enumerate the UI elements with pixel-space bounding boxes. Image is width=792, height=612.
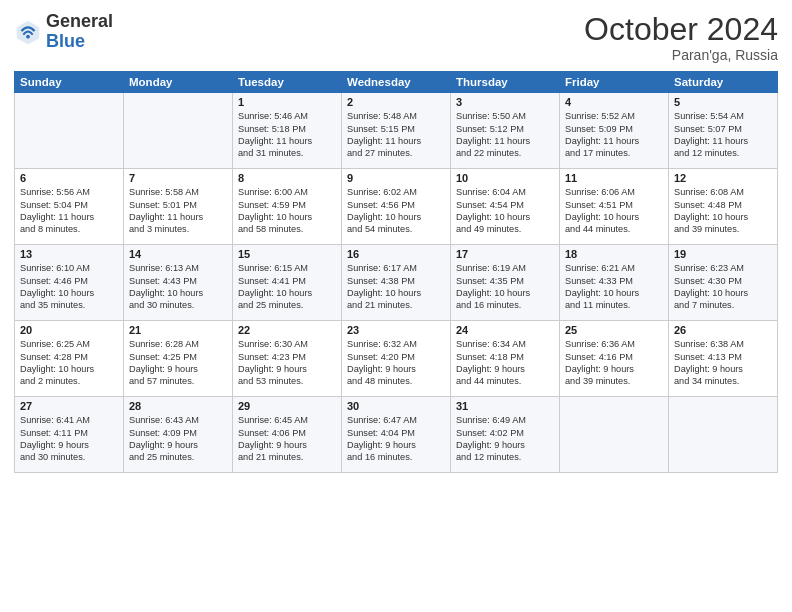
svg-marker-0 [17,21,39,44]
title-block: October 2024 Paran'ga, Russia [584,12,778,63]
day-number: 19 [674,248,772,260]
day-number: 8 [238,172,336,184]
calendar-header-row: SundayMondayTuesdayWednesdayThursdayFrid… [15,72,778,93]
calendar-cell: 15Sunrise: 6:15 AM Sunset: 4:41 PM Dayli… [233,245,342,321]
week-row-1: 6Sunrise: 5:56 AM Sunset: 5:04 PM Daylig… [15,169,778,245]
day-info: Sunrise: 6:23 AM Sunset: 4:30 PM Dayligh… [674,262,772,312]
location-subtitle: Paran'ga, Russia [584,47,778,63]
calendar-cell: 18Sunrise: 6:21 AM Sunset: 4:33 PM Dayli… [560,245,669,321]
day-info: Sunrise: 6:45 AM Sunset: 4:06 PM Dayligh… [238,414,336,464]
day-number: 7 [129,172,227,184]
day-info: Sunrise: 6:25 AM Sunset: 4:28 PM Dayligh… [20,338,118,388]
day-number: 17 [456,248,554,260]
calendar-cell: 31Sunrise: 6:49 AM Sunset: 4:02 PM Dayli… [451,397,560,473]
calendar-cell: 25Sunrise: 6:36 AM Sunset: 4:16 PM Dayli… [560,321,669,397]
day-number: 15 [238,248,336,260]
calendar-cell: 22Sunrise: 6:30 AM Sunset: 4:23 PM Dayli… [233,321,342,397]
day-info: Sunrise: 5:56 AM Sunset: 5:04 PM Dayligh… [20,186,118,236]
calendar-cell: 28Sunrise: 6:43 AM Sunset: 4:09 PM Dayli… [124,397,233,473]
day-info: Sunrise: 5:46 AM Sunset: 5:18 PM Dayligh… [238,110,336,160]
day-info: Sunrise: 6:19 AM Sunset: 4:35 PM Dayligh… [456,262,554,312]
calendar-cell: 13Sunrise: 6:10 AM Sunset: 4:46 PM Dayli… [15,245,124,321]
day-info: Sunrise: 6:38 AM Sunset: 4:13 PM Dayligh… [674,338,772,388]
day-number: 28 [129,400,227,412]
calendar-cell: 16Sunrise: 6:17 AM Sunset: 4:38 PM Dayli… [342,245,451,321]
day-info: Sunrise: 5:58 AM Sunset: 5:01 PM Dayligh… [129,186,227,236]
day-info: Sunrise: 6:04 AM Sunset: 4:54 PM Dayligh… [456,186,554,236]
day-number: 13 [20,248,118,260]
day-info: Sunrise: 5:52 AM Sunset: 5:09 PM Dayligh… [565,110,663,160]
calendar-cell: 10Sunrise: 6:04 AM Sunset: 4:54 PM Dayli… [451,169,560,245]
calendar-cell: 17Sunrise: 6:19 AM Sunset: 4:35 PM Dayli… [451,245,560,321]
header: General Blue October 2024 Paran'ga, Russ… [14,12,778,63]
day-info: Sunrise: 6:34 AM Sunset: 4:18 PM Dayligh… [456,338,554,388]
day-number: 4 [565,96,663,108]
day-number: 25 [565,324,663,336]
day-number: 20 [20,324,118,336]
day-number: 12 [674,172,772,184]
calendar-cell: 3Sunrise: 5:50 AM Sunset: 5:12 PM Daylig… [451,93,560,169]
day-info: Sunrise: 6:28 AM Sunset: 4:25 PM Dayligh… [129,338,227,388]
calendar-cell: 21Sunrise: 6:28 AM Sunset: 4:25 PM Dayli… [124,321,233,397]
calendar-cell: 7Sunrise: 5:58 AM Sunset: 5:01 PM Daylig… [124,169,233,245]
week-row-2: 13Sunrise: 6:10 AM Sunset: 4:46 PM Dayli… [15,245,778,321]
day-number: 1 [238,96,336,108]
day-number: 11 [565,172,663,184]
calendar-cell: 8Sunrise: 6:00 AM Sunset: 4:59 PM Daylig… [233,169,342,245]
svg-point-1 [26,35,30,39]
calendar-cell: 12Sunrise: 6:08 AM Sunset: 4:48 PM Dayli… [669,169,778,245]
day-number: 5 [674,96,772,108]
day-info: Sunrise: 6:00 AM Sunset: 4:59 PM Dayligh… [238,186,336,236]
week-row-4: 27Sunrise: 6:41 AM Sunset: 4:11 PM Dayli… [15,397,778,473]
header-monday: Monday [124,72,233,93]
header-sunday: Sunday [15,72,124,93]
calendar-cell: 26Sunrise: 6:38 AM Sunset: 4:13 PM Dayli… [669,321,778,397]
day-number: 14 [129,248,227,260]
day-info: Sunrise: 5:54 AM Sunset: 5:07 PM Dayligh… [674,110,772,160]
calendar-cell: 1Sunrise: 5:46 AM Sunset: 5:18 PM Daylig… [233,93,342,169]
day-info: Sunrise: 6:30 AM Sunset: 4:23 PM Dayligh… [238,338,336,388]
day-info: Sunrise: 6:10 AM Sunset: 4:46 PM Dayligh… [20,262,118,312]
calendar-cell: 19Sunrise: 6:23 AM Sunset: 4:30 PM Dayli… [669,245,778,321]
calendar-cell: 23Sunrise: 6:32 AM Sunset: 4:20 PM Dayli… [342,321,451,397]
week-row-0: 1Sunrise: 5:46 AM Sunset: 5:18 PM Daylig… [15,93,778,169]
header-saturday: Saturday [669,72,778,93]
week-row-3: 20Sunrise: 6:25 AM Sunset: 4:28 PM Dayli… [15,321,778,397]
calendar-cell [669,397,778,473]
header-tuesday: Tuesday [233,72,342,93]
logo-icon [14,18,42,46]
header-friday: Friday [560,72,669,93]
day-number: 9 [347,172,445,184]
calendar-cell: 5Sunrise: 5:54 AM Sunset: 5:07 PM Daylig… [669,93,778,169]
day-number: 6 [20,172,118,184]
day-number: 23 [347,324,445,336]
calendar-cell: 9Sunrise: 6:02 AM Sunset: 4:56 PM Daylig… [342,169,451,245]
day-info: Sunrise: 6:36 AM Sunset: 4:16 PM Dayligh… [565,338,663,388]
day-info: Sunrise: 6:41 AM Sunset: 4:11 PM Dayligh… [20,414,118,464]
day-info: Sunrise: 6:17 AM Sunset: 4:38 PM Dayligh… [347,262,445,312]
month-title: October 2024 [584,12,778,47]
day-info: Sunrise: 6:47 AM Sunset: 4:04 PM Dayligh… [347,414,445,464]
calendar-cell: 2Sunrise: 5:48 AM Sunset: 5:15 PM Daylig… [342,93,451,169]
day-info: Sunrise: 6:32 AM Sunset: 4:20 PM Dayligh… [347,338,445,388]
day-number: 27 [20,400,118,412]
calendar-table: SundayMondayTuesdayWednesdayThursdayFrid… [14,71,778,473]
day-number: 21 [129,324,227,336]
calendar-cell: 11Sunrise: 6:06 AM Sunset: 4:51 PM Dayli… [560,169,669,245]
calendar-cell [15,93,124,169]
day-number: 30 [347,400,445,412]
logo: General Blue [14,12,113,52]
day-number: 3 [456,96,554,108]
day-number: 16 [347,248,445,260]
header-wednesday: Wednesday [342,72,451,93]
day-info: Sunrise: 5:48 AM Sunset: 5:15 PM Dayligh… [347,110,445,160]
day-info: Sunrise: 6:15 AM Sunset: 4:41 PM Dayligh… [238,262,336,312]
day-info: Sunrise: 6:02 AM Sunset: 4:56 PM Dayligh… [347,186,445,236]
calendar-cell: 24Sunrise: 6:34 AM Sunset: 4:18 PM Dayli… [451,321,560,397]
page: General Blue October 2024 Paran'ga, Russ… [0,0,792,612]
day-info: Sunrise: 6:08 AM Sunset: 4:48 PM Dayligh… [674,186,772,236]
day-number: 26 [674,324,772,336]
day-number: 2 [347,96,445,108]
calendar-cell: 4Sunrise: 5:52 AM Sunset: 5:09 PM Daylig… [560,93,669,169]
day-info: Sunrise: 5:50 AM Sunset: 5:12 PM Dayligh… [456,110,554,160]
